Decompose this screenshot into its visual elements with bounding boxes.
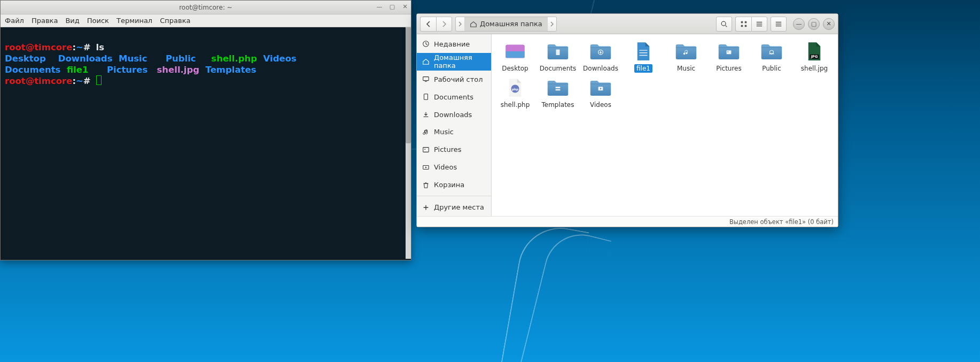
file-icon — [546, 41, 570, 62]
sidebar-item-down[interactable]: Downloads — [417, 106, 491, 124]
sidebar-item-video[interactable]: Videos — [417, 158, 491, 176]
file-label: Documents — [538, 64, 578, 73]
file-item[interactable]: Desktop — [494, 38, 536, 75]
terminal-cursor — [96, 75, 102, 85]
svg-rect-14 — [506, 51, 525, 58]
minimize-button[interactable]: — — [376, 3, 383, 10]
file-label: Downloads — [581, 64, 620, 73]
view-grid-button[interactable] — [735, 17, 751, 32]
file-item[interactable]: Public — [750, 38, 793, 75]
sidebar-item-plus[interactable]: Другие места — [417, 198, 491, 216]
file-icon: JPG — [803, 41, 826, 62]
file-label: Pictures — [714, 64, 744, 73]
wallpaper-curve — [495, 227, 611, 362]
file-item[interactable]: Music — [665, 38, 707, 75]
minimize-button[interactable]: — — [793, 18, 805, 30]
video-icon — [422, 164, 430, 171]
file-icon — [589, 77, 612, 98]
search-button[interactable] — [716, 17, 732, 32]
terminal-menubar: Файл Правка Вид Поиск Терминал Справка — [1, 14, 411, 27]
path-sep — [456, 21, 464, 27]
file-item[interactable]: Downloads — [579, 38, 622, 75]
sidebar-item-label: Домашняя папка — [434, 53, 486, 70]
svg-rect-2 — [744, 21, 746, 23]
sidebar-item-pic[interactable]: Pictures — [417, 141, 491, 158]
down-icon — [422, 111, 430, 118]
file-item[interactable]: phpshell.php — [494, 75, 536, 111]
terminal-window: root@timcore: ~ — ▢ ✕ Файл Правка Вид По… — [0, 0, 411, 260]
path-home-label: Домашняя папка — [480, 20, 542, 28]
file-item[interactable]: Pictures — [707, 38, 750, 75]
sidebar-item-home[interactable]: Домашняя папка — [417, 53, 491, 71]
sidebar-item-label: Downloads — [434, 111, 472, 119]
file-label: Public — [760, 64, 783, 73]
plus-icon — [422, 204, 430, 211]
file-icon — [717, 41, 741, 62]
file-label: Desktop — [500, 64, 531, 73]
prompt-userhost: root@timcore — [5, 42, 72, 52]
music-icon — [422, 128, 430, 136]
menu-edit[interactable]: Правка — [32, 17, 58, 25]
back-button[interactable] — [420, 17, 436, 32]
sidebar-item-label: Рабочий стол — [434, 75, 483, 83]
file-item[interactable]: file1 — [622, 38, 665, 75]
sidebar-item-trash[interactable]: Корзина — [417, 176, 491, 194]
sidebar-item-doc[interactable]: Documents — [417, 88, 491, 106]
sidebar-item-label: Другие места — [434, 203, 484, 211]
file-item[interactable]: Documents — [536, 38, 579, 75]
terminal-titlebar[interactable]: root@timcore: ~ — ▢ ✕ — [1, 1, 411, 14]
menu-button[interactable] — [771, 17, 787, 32]
sidebar-item-clock[interactable]: Недавние — [417, 35, 491, 53]
file-icon — [632, 41, 655, 62]
path-sep — [548, 21, 556, 27]
menu-terminal[interactable]: Терминал — [116, 17, 152, 25]
sidebar-item-desktop[interactable]: Рабочий стол — [417, 71, 491, 88]
close-button[interactable]: ✕ — [823, 18, 835, 30]
file-label: Videos — [588, 101, 613, 109]
menu-file[interactable]: Файл — [5, 17, 24, 25]
menu-search[interactable]: Поиск — [87, 17, 109, 25]
chevron-right-icon — [441, 21, 447, 27]
menu-help[interactable]: Справка — [160, 17, 190, 25]
svg-rect-7 — [424, 94, 428, 100]
fm-header[interactable]: Домашняя папка — ▢ ✕ — [417, 14, 838, 34]
home-icon — [470, 20, 477, 28]
file-item[interactable]: JPGshell.jpg — [793, 38, 836, 75]
chevron-left-icon — [425, 21, 432, 27]
file-label: Music — [675, 64, 697, 73]
list-icon — [756, 20, 763, 28]
sidebar-item-label: Videos — [434, 163, 457, 171]
sidebar-item-music[interactable]: Music — [417, 124, 491, 141]
close-button[interactable]: ✕ — [401, 3, 409, 10]
wallpaper-curve — [479, 221, 589, 362]
maximize-button[interactable]: ▢ — [808, 18, 820, 30]
terminal-scrollbar-thumb[interactable] — [406, 27, 411, 143]
sidebar-item-label: Music — [434, 128, 454, 136]
status-text: Выделен объект «file1» (0 байт) — [729, 218, 834, 226]
file-icon — [589, 41, 612, 62]
cmd: ls — [96, 42, 104, 52]
file-icon: php — [503, 77, 527, 98]
terminal-body[interactable]: root@timcore:~# ls Desktop Downloads Mus… — [1, 27, 411, 101]
terminal-title: root@timcore: ~ — [1, 4, 411, 11]
view-list-button[interactable] — [751, 17, 767, 32]
file-item[interactable]: Videos — [579, 75, 622, 111]
terminal-scrollbar[interactable] — [406, 27, 411, 259]
path-home[interactable]: Домашняя папка — [464, 17, 548, 31]
file-icon — [674, 41, 698, 62]
sidebar-item-label: Недавние — [434, 40, 470, 48]
search-icon — [720, 20, 728, 28]
fm-statusbar: Выделен объект «file1» (0 байт) — [417, 216, 838, 227]
file-item[interactable]: Templates — [536, 75, 579, 111]
svg-rect-4 — [744, 25, 746, 27]
fm-content[interactable]: DesktopDocumentsDownloadsfile1MusicPictu… — [492, 34, 838, 216]
clock-icon — [422, 40, 430, 48]
doc-icon — [422, 93, 430, 101]
forward-button[interactable] — [436, 17, 452, 32]
file-label: shell.jpg — [799, 64, 830, 73]
menu-view[interactable]: Вид — [65, 17, 79, 25]
pic-icon — [422, 146, 430, 153]
maximize-button[interactable]: ▢ — [388, 3, 396, 10]
svg-point-0 — [721, 21, 726, 26]
desktop-icon — [422, 75, 430, 83]
